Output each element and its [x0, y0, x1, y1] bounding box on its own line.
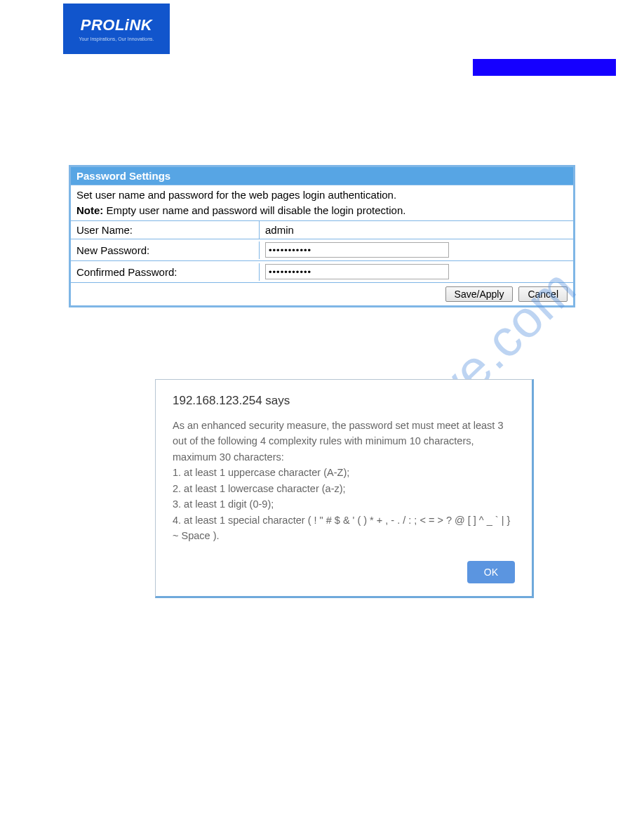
dialog-rule-3: 3. at least 1 digit (0-9); — [173, 496, 515, 512]
dialog-rule-1: 1. at least 1 uppercase character (A-Z); — [173, 465, 515, 480]
header-blue-bar — [473, 59, 616, 76]
dialog-body: As an enhanced security measure, the pas… — [173, 418, 515, 544]
new-password-label: New Password: — [71, 241, 260, 259]
ok-button[interactable]: OK — [467, 561, 515, 583]
username-value: admin — [260, 221, 573, 239]
note-text: Empty user name and password will disabl… — [103, 204, 405, 216]
password-settings-panel: Password Settings Set user name and pass… — [69, 165, 575, 307]
logo-tagline: Your Inspirations, Our Innovations. — [79, 37, 154, 41]
new-password-input[interactable] — [265, 242, 449, 258]
brand-logo: PROLiNK Your Inspirations, Our Innovatio… — [63, 4, 170, 54]
alert-dialog: 192.168.123.254 says As an enhanced secu… — [155, 379, 534, 598]
row-username: User Name: admin — [70, 221, 574, 239]
logo-brand: PROLiNK — [81, 16, 153, 34]
dialog-rule-2: 2. at least 1 lowercase character (a-z); — [173, 481, 515, 496]
button-row: Save/Apply Cancel — [70, 283, 574, 306]
confirm-password-input[interactable] — [265, 264, 449, 279]
panel-title: Password Settings — [70, 166, 574, 185]
save-apply-button[interactable]: Save/Apply — [445, 286, 514, 302]
dialog-rule-4: 4. at least 1 special character ( ! " # … — [173, 512, 515, 544]
note-label: Note: — [76, 204, 103, 216]
row-confirm-password: Confirmed Password: — [70, 261, 574, 283]
cancel-button[interactable]: Cancel — [518, 286, 568, 302]
dialog-title: 192.168.123.254 says — [173, 394, 515, 408]
username-label: User Name: — [71, 221, 260, 239]
desc-text: Set user name and password for the web p… — [76, 189, 396, 201]
confirm-password-label: Confirmed Password: — [71, 263, 260, 281]
row-new-password: New Password: — [70, 239, 574, 261]
dialog-intro: As an enhanced security measure, the pas… — [173, 418, 515, 465]
panel-description: Set user name and password for the web p… — [70, 185, 574, 221]
